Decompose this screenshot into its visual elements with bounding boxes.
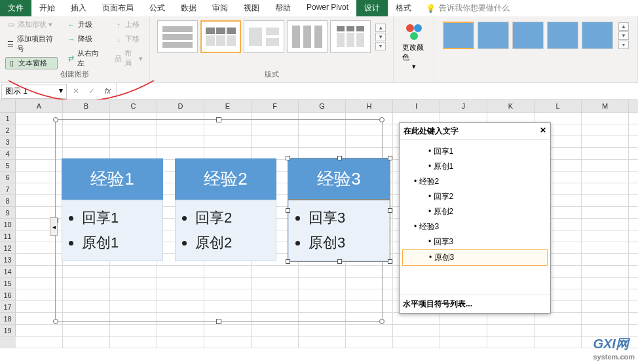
col-header[interactable]: K	[487, 100, 535, 112]
name-box[interactable]: 图示 1▾	[1, 84, 67, 99]
smartart-block-1[interactable]: 经验1 回享1 原创1	[62, 158, 163, 261]
shape-handle[interactable]	[286, 208, 290, 213]
style-option-3[interactable]	[512, 22, 544, 49]
row-header[interactable]: 5	[0, 160, 16, 172]
layout-option-4[interactable]	[287, 20, 328, 53]
row-header[interactable]: 9	[0, 207, 16, 219]
chevron-down-icon[interactable]: ▾	[59, 86, 63, 97]
style-option-5[interactable]	[582, 22, 613, 49]
text-pane-item[interactable]: • 回享1	[402, 144, 548, 159]
text-pane-item[interactable]: • 经验3	[402, 219, 548, 234]
row-header[interactable]: 4	[0, 148, 16, 160]
col-header[interactable]: H	[346, 100, 393, 112]
resize-handle[interactable]	[379, 319, 385, 324]
close-icon[interactable]: ✕	[540, 126, 546, 137]
demote-button[interactable]: →降级	[66, 33, 105, 45]
row-header[interactable]: 12	[0, 242, 16, 254]
shape-handle[interactable]	[388, 156, 392, 160]
text-pane-item[interactable]: • 经验2	[402, 174, 548, 189]
text-pane-button[interactable]: ▯文本窗格	[5, 57, 58, 69]
move-down-button[interactable]: ↓下移	[113, 33, 144, 45]
row-header[interactable]: 17	[0, 301, 16, 313]
layout-option-2[interactable]	[200, 20, 241, 53]
shape-handle[interactable]	[388, 208, 392, 213]
text-pane-footer[interactable]: 水平项目符号列表...	[400, 295, 550, 313]
row-header[interactable]: 1	[0, 113, 16, 124]
row-header[interactable]: 18	[0, 313, 16, 325]
text-pane-header[interactable]: 在此处键入文字 ✕	[400, 123, 550, 140]
tab-data[interactable]: 数据	[173, 0, 204, 16]
shape-handle[interactable]	[286, 259, 290, 264]
row-header[interactable]: 3	[0, 136, 16, 148]
tab-file[interactable]: 文件	[0, 0, 31, 16]
col-header[interactable]: A	[16, 100, 63, 112]
style-option-2[interactable]	[478, 22, 509, 49]
row-header[interactable]: 2	[0, 124, 16, 136]
resize-handle[interactable]	[53, 319, 58, 324]
gallery-up-icon[interactable]: ▲	[375, 24, 386, 32]
row-header[interactable]: 11	[0, 230, 16, 242]
text-pane-item[interactable]: • 原创2	[402, 204, 548, 219]
col-header[interactable]: J	[440, 100, 487, 112]
promote-button[interactable]: ←升级	[66, 18, 105, 31]
tab-page-layout[interactable]: 页面布局	[94, 0, 141, 16]
tab-formulas[interactable]: 公式	[141, 0, 173, 16]
row-header[interactable]: 14	[0, 266, 16, 278]
style-option-4[interactable]	[547, 22, 578, 49]
accept-icon[interactable]: ✓	[84, 86, 100, 96]
row-header[interactable]: 8	[0, 195, 16, 207]
tell-me-search[interactable]: 💡 告诉我你想要做什么	[419, 0, 638, 16]
text-pane-body[interactable]: • 回享1• 原创1• 经验2• 回享2• 原创2• 经验3• 回享3• 原创3	[400, 140, 550, 295]
shape-handle[interactable]	[286, 156, 290, 160]
col-header[interactable]: M	[582, 100, 629, 112]
tab-home[interactable]: 开始	[31, 0, 63, 16]
tab-view[interactable]: 视图	[236, 0, 267, 16]
resize-handle[interactable]	[53, 117, 58, 122]
move-up-button[interactable]: ↑上移	[113, 18, 144, 31]
layout-option-1[interactable]	[157, 20, 198, 53]
text-pane-item[interactable]: • 原创3	[402, 249, 548, 266]
text-pane-toggle[interactable]: ◂	[50, 217, 58, 236]
col-header[interactable]: D	[157, 100, 204, 112]
text-pane-window[interactable]: 在此处键入文字 ✕ • 回享1• 原创1• 经验2• 回享2• 原创2• 经验3…	[399, 122, 551, 314]
select-all-corner[interactable]	[0, 100, 16, 112]
layout-button[interactable]: 品布局 ▾	[113, 47, 144, 69]
add-bullet-button[interactable]: ☰添加项目符号	[5, 33, 58, 55]
col-header[interactable]: F	[252, 100, 299, 112]
shape-handle[interactable]	[388, 259, 392, 264]
rtl-button[interactable]: ⇄从右向左	[66, 47, 105, 69]
col-header[interactable]: E	[204, 100, 252, 112]
row-header[interactable]: 6	[0, 172, 16, 183]
col-header[interactable]: G	[299, 100, 346, 112]
text-pane-item[interactable]: • 原创1	[402, 159, 548, 174]
tab-help[interactable]: 帮助	[267, 0, 299, 16]
style-spinner[interactable]: ▲▼▾	[618, 22, 629, 49]
gallery-more-icon[interactable]: ▾	[375, 42, 386, 50]
gallery-spinner[interactable]: ▲▼▾	[375, 24, 386, 50]
row-header[interactable]: 15	[0, 278, 16, 289]
formula-input[interactable]	[116, 83, 638, 99]
layout-option-3[interactable]	[244, 20, 284, 53]
col-header[interactable]: L	[535, 100, 582, 112]
cancel-icon[interactable]: ✕	[68, 86, 84, 96]
tab-design[interactable]: 设计	[356, 0, 388, 16]
fx-label[interactable]: fx	[100, 86, 116, 96]
tab-review[interactable]: 审阅	[204, 0, 236, 16]
col-header[interactable]: I	[393, 100, 440, 112]
text-pane-item[interactable]: • 回享3	[402, 234, 548, 249]
cells-area[interactable]: ◂ 经验1 回享1 原创1 经验2 回享2 原创2	[16, 113, 638, 348]
row-header[interactable]: 10	[0, 219, 16, 230]
col-header[interactable]: B	[63, 100, 110, 112]
row-header[interactable]: 16	[0, 289, 16, 301]
change-colors-button[interactable]: 更改颜色 ▾	[399, 18, 428, 74]
shape-handle[interactable]	[337, 259, 342, 264]
row-header[interactable]: 7	[0, 183, 16, 195]
layout-option-5[interactable]	[330, 20, 371, 53]
tab-format[interactable]: 格式	[388, 0, 419, 16]
shape-handle[interactable]	[337, 156, 342, 160]
resize-handle[interactable]	[379, 117, 385, 122]
text-pane-item[interactable]: • 回享2	[402, 189, 548, 204]
col-header[interactable]: C	[110, 100, 157, 112]
row-header[interactable]: 19	[0, 325, 16, 337]
gallery-down-icon[interactable]: ▼	[375, 33, 386, 41]
